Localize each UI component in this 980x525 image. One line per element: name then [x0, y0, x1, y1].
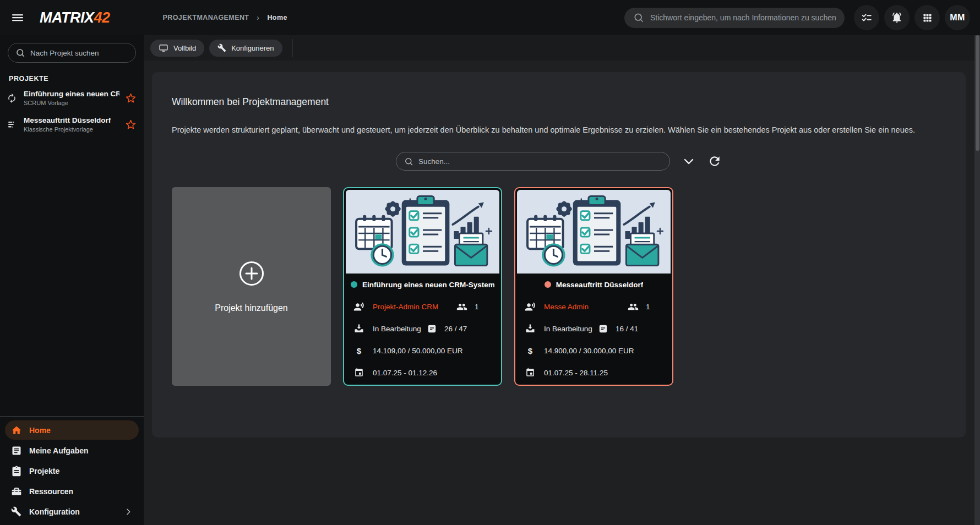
project-card-crm[interactable]: Einführung eines neuen CRM-Systems Proje… — [343, 187, 502, 386]
scrollbar-thumb[interactable] — [976, 35, 979, 151]
page-description: Projekte werden strukturiert geplant, üb… — [172, 122, 946, 138]
sidebar-project-crm[interactable]: Einführung eines neuen CR... SCRUM Vorla… — [0, 85, 144, 111]
favorite-star-icon[interactable] — [126, 119, 136, 130]
notifications-button[interactable] — [884, 5, 910, 30]
tasks-group: 26 / 47 — [426, 324, 467, 334]
tasks-group: 16 / 41 — [597, 324, 638, 334]
project-title: Messeauftritt Düsseldorf — [24, 116, 111, 124]
project-lead-icon — [525, 301, 536, 312]
gantt-chart-icon — [7, 119, 18, 130]
checklist-button[interactable] — [854, 5, 879, 30]
project-status-dot — [545, 281, 551, 288]
breadcrumb: PROJEKTMANAGEMENT › Home — [163, 13, 287, 22]
project-card-illustration — [346, 190, 499, 274]
project-search[interactable] — [8, 43, 136, 63]
project-status: In Bearbeitung — [373, 325, 421, 333]
logo-text: MATRIX — [40, 9, 94, 26]
project-owner-link[interactable]: Projekt-Admin CRM — [373, 303, 438, 311]
search-icon — [15, 48, 25, 58]
apps-button[interactable] — [914, 5, 940, 30]
members-count: 1 — [646, 303, 650, 311]
welcome-panel: Willkommen bei Projektmanagement Projekt… — [152, 72, 966, 438]
chevron-down-icon[interactable] — [682, 155, 695, 168]
project-budget: 14.900,00 / 30.000,00 EUR — [544, 347, 634, 355]
tasks-note-icon — [597, 324, 608, 334]
project-title: Einführung eines neuen CR... — [24, 90, 119, 98]
project-status-dot — [351, 281, 357, 288]
sidebar-spacer — [0, 138, 144, 416]
logo-number: 42 — [94, 9, 110, 26]
calendar-icon — [353, 368, 364, 378]
tasks-count: 26 / 47 — [444, 325, 467, 333]
project-dates: 01.07.25 - 28.11.25 — [544, 369, 608, 377]
wrench-icon — [217, 43, 226, 52]
plus-circle-icon — [238, 260, 265, 287]
sidebar-nav: Home Meine Aufgaben Projekte Ressourcen — [0, 417, 144, 525]
user-avatar[interactable]: MM — [945, 5, 970, 30]
card-search[interactable] — [396, 152, 670, 171]
home-icon — [11, 425, 22, 436]
nav-label: Ressourcen — [29, 487, 73, 496]
owner-row: Messe Admin 1 — [515, 296, 672, 318]
configure-button[interactable]: Konfigurieren — [209, 40, 282, 57]
members-count: 1 — [475, 303, 479, 311]
sidebar: PROJEKTE Einführung eines neuen CR... SC… — [0, 35, 144, 525]
scrum-cycle-icon — [7, 93, 18, 103]
main-area: Willkommen bei Projektmanagement Projekt… — [144, 61, 980, 525]
project-card-messe[interactable]: Messeauftritt Düsseldorf Messe Admin — [514, 187, 673, 386]
project-subtitle: SCRUM Vorlage — [24, 100, 119, 106]
breadcrumb-parent[interactable]: PROJEKTMANAGEMENT — [163, 14, 249, 21]
members-icon — [628, 301, 639, 313]
content-area: Vollbild Konfigurieren Willkommen bei Pr… — [144, 35, 980, 525]
fullscreen-label: Vollbild — [173, 44, 196, 52]
tasks-count: 16 / 41 — [616, 325, 638, 333]
project-card-title: Einführung eines neuen CRM-Systems — [362, 281, 494, 289]
topbar-actions: MM — [624, 5, 970, 30]
chevron-right-icon — [124, 507, 133, 516]
matrix42-logo[interactable]: MATRIX42 — [40, 9, 110, 26]
project-cards: Projekt hinzufügen — [172, 187, 946, 386]
owner-row: Projekt-Admin CRM 1 — [344, 296, 501, 318]
apps-grid-icon — [922, 12, 933, 24]
calendar-icon — [525, 368, 536, 378]
page-scrollbar[interactable] — [974, 35, 980, 525]
members-icon — [456, 301, 467, 313]
sidebar-item-home[interactable]: Home — [5, 420, 139, 440]
add-project-label: Projekt hinzufügen — [215, 303, 288, 313]
sidebar-project-messe[interactable]: Messeauftritt Düsseldorf Klassische Proj… — [0, 111, 144, 138]
dollar-icon: $ — [353, 346, 364, 356]
fullscreen-button[interactable]: Vollbild — [150, 40, 204, 57]
project-dates: 01.07.25 - 01.12.26 — [373, 369, 437, 377]
checklist-icon — [861, 12, 873, 24]
topbar: MATRIX42 PROJEKTMANAGEMENT › Home MM — [0, 0, 980, 35]
tasks-note-icon — [426, 324, 437, 334]
refresh-icon[interactable] — [707, 154, 722, 168]
breadcrumb-separator-icon: › — [257, 13, 259, 22]
toolbox-icon — [11, 486, 22, 497]
budget-row: $ 14.109,00 / 50.000,00 EUR — [344, 340, 501, 362]
action-toolbar: Vollbild Konfigurieren — [144, 35, 980, 61]
status-row: In Bearbeitung 16 / 41 — [515, 318, 672, 340]
favorite-star-icon[interactable] — [126, 93, 136, 103]
toolbar-divider — [292, 39, 292, 57]
card-search-input[interactable] — [418, 157, 662, 166]
project-text: Einführung eines neuen CR... SCRUM Vorla… — [24, 90, 119, 106]
dates-row: 01.07.25 - 01.12.26 — [344, 362, 501, 384]
search-icon — [404, 157, 413, 166]
project-subtitle: Klassische Projektvorlage — [24, 126, 111, 133]
dates-row: 01.07.25 - 28.11.25 — [515, 362, 672, 384]
in-progress-icon — [525, 323, 536, 334]
global-search[interactable] — [624, 8, 845, 28]
hamburger-menu-icon[interactable] — [11, 11, 24, 24]
add-project-card[interactable]: Projekt hinzufügen — [172, 187, 331, 386]
sidebar-item-ressourcen[interactable]: Ressourcen — [5, 482, 139, 501]
sidebar-item-meine-aufgaben[interactable]: Meine Aufgaben — [5, 441, 139, 460]
global-search-input[interactable] — [650, 13, 836, 22]
project-owner-link[interactable]: Messe Admin — [544, 303, 589, 311]
dollar-icon: $ — [525, 346, 536, 356]
project-search-input[interactable] — [30, 49, 128, 57]
sidebar-item-projekte[interactable]: Projekte — [5, 461, 139, 480]
configure-label: Konfigurieren — [231, 44, 274, 52]
sidebar-item-konfiguration[interactable]: Konfiguration — [5, 502, 139, 521]
nav-label: Konfiguration — [29, 507, 80, 516]
